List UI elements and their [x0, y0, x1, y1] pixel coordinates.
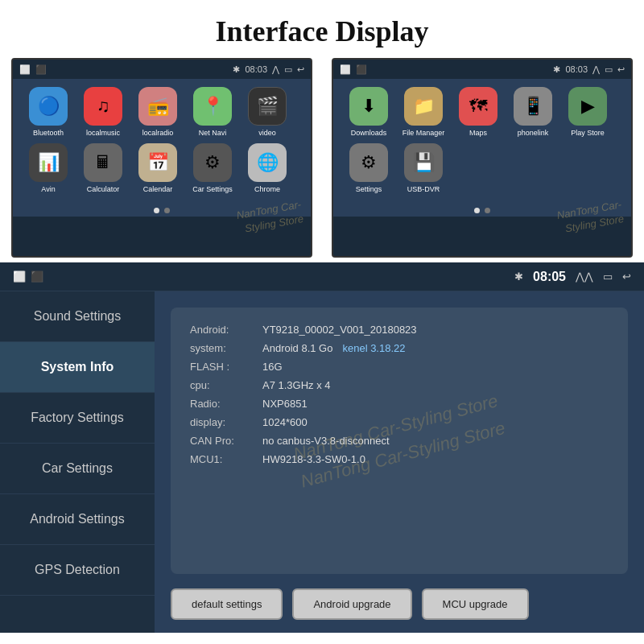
app-label-bluetooth: Bluetooth: [33, 129, 64, 137]
bluetooth-icon-1: ✱: [233, 64, 240, 75]
dot-2-inactive: [485, 208, 490, 213]
app-label-localmusic: localmusic: [86, 129, 120, 137]
info-row-radio: Radio: NXP6851: [190, 398, 609, 410]
app-label-filemanager: File Manager: [402, 129, 445, 137]
app-label-avin: Avin: [41, 185, 55, 193]
page-dots-1: [13, 201, 311, 217]
sidebar-item-factory-settings[interactable]: Factory Settings: [0, 393, 155, 444]
downloads-app-icon: ⬇: [349, 87, 388, 126]
info-row-android: Android: YT9218_00002_V001_20180823: [190, 324, 609, 336]
display-value: 1024*600: [262, 416, 308, 428]
app-downloads[interactable]: ⬇ Downloads: [345, 87, 393, 137]
app-label-video: video: [258, 129, 276, 137]
cpu-label: cpu:: [190, 379, 262, 391]
main-content: NanTong Car-Styling StoreNanTong Car-Sty…: [155, 291, 644, 633]
time-1: 08:03: [245, 64, 267, 74]
back-icon-2: ↩: [617, 64, 625, 75]
app-video[interactable]: 🎬 video: [243, 87, 291, 137]
title-section: Interface Display: [0, 0, 644, 58]
home-icon-2: ⬜: [340, 64, 351, 75]
app-label-playstore: Play Store: [571, 129, 605, 137]
localmusic-app-icon: ♫: [84, 87, 122, 126]
info-row-mcu1: MCU1: HW9218-3.3-SW0-1.0: [190, 453, 609, 465]
system-extra: kenel 3.18.22: [342, 342, 405, 354]
status-right-1: ✱ 08:03 ⋀ ▭ ↩: [233, 64, 304, 75]
chrome-app-icon: 🌐: [248, 143, 287, 182]
app-settings[interactable]: ⚙ Settings: [345, 143, 393, 193]
app-calendar[interactable]: 📅 Calendar: [134, 143, 182, 193]
radio-label: Radio:: [190, 398, 262, 410]
system-status-bar: ⬜ ⬛ ✱ 08:05 ⋀⋀ ▭ ↩: [0, 262, 644, 291]
info-row-display: display: 1024*600: [190, 416, 609, 428]
sidebar-item-system-info[interactable]: System Info: [0, 342, 155, 393]
app-label-carsettings: Car Settings: [192, 185, 233, 193]
settings-app-icon: ⚙: [349, 143, 388, 182]
app-label-downloads: Downloads: [351, 129, 387, 137]
app-label-localradio: localradio: [142, 129, 174, 137]
sys-home-icon: ⬜: [13, 270, 26, 283]
time-2: 08:03: [565, 64, 588, 74]
info-row-canpro: CAN Pro: no canbus-V3.8-disconnect: [190, 435, 609, 447]
sidebar-item-gps-detection[interactable]: GPS Detection: [0, 545, 155, 596]
android-upgrade-button[interactable]: Android upgrade: [292, 588, 411, 620]
app-phonelink[interactable]: 📱 phonelink: [509, 87, 557, 137]
mcu-upgrade-button[interactable]: MCU upgrade: [422, 588, 529, 620]
app-label-netnavi: Net Navi: [199, 129, 227, 137]
app-label-maps: Maps: [469, 129, 487, 137]
playstore-app-icon: ▶: [568, 87, 607, 126]
info-row-flash: FLASH : 16G: [190, 361, 609, 373]
status-left-2: ⬜ ⬛: [340, 64, 367, 75]
mcu1-label: MCU1:: [190, 453, 262, 465]
calendar-app-icon: 📅: [138, 143, 177, 182]
carsettings-app-icon: ⚙: [193, 143, 232, 182]
app-label-phonelink: phonelink: [518, 129, 549, 137]
sidebar-item-car-settings[interactable]: Car Settings: [0, 444, 155, 494]
app-filemanager[interactable]: 📁 File Manager: [399, 87, 448, 137]
app-avin[interactable]: 📊 Avin: [24, 143, 72, 193]
system-body: Sound Settings System Info Factory Setti…: [0, 291, 644, 633]
app-localradio[interactable]: 📻 localradio: [134, 87, 182, 137]
app-bluetooth[interactable]: 🔵 Bluetooth: [24, 87, 72, 137]
app-calculator[interactable]: 🖩 Calculator: [79, 143, 127, 193]
avin-app-icon: 📊: [29, 143, 68, 182]
screenshot-panel-1: ⬜ ⬛ ✱ 08:03 ⋀ ▭ ↩ 🔵 Bluetooth ♫ localmus…: [11, 58, 312, 258]
dot-1-inactive: [164, 208, 170, 213]
android-label: Android:: [190, 324, 262, 336]
info-row-system: system: Android 8.1 Go kenel 3.18.22: [190, 342, 609, 354]
menu-icon-2: ⬛: [356, 64, 367, 75]
app-maps[interactable]: 🗺 Maps: [454, 87, 502, 137]
home-icon-1: ⬜: [19, 64, 31, 75]
menu-icon-1: ⬛: [35, 64, 47, 75]
bluetooth-app-icon: 🔵: [29, 87, 68, 126]
page-dots-2: [333, 201, 631, 217]
action-buttons: default settings Android upgrade MCU upg…: [155, 582, 644, 633]
screenshots-row: ⬜ ⬛ ✱ 08:03 ⋀ ▭ ↩ 🔵 Bluetooth ♫ localmus…: [0, 58, 644, 258]
status-bar-2: ⬜ ⬛ ✱ 08:03 ⋀ ▭ ↩: [333, 60, 631, 79]
app-carsettings[interactable]: ⚙ Car Settings: [188, 143, 237, 193]
sys-bluetooth-icon: ✱: [514, 270, 523, 283]
signal-icon-1: ⋀: [272, 64, 279, 75]
system-label: system:: [190, 342, 262, 354]
app-localmusic[interactable]: ♫ localmusic: [79, 87, 127, 137]
phonelink-app-icon: 📱: [514, 87, 552, 126]
default-settings-button[interactable]: default settings: [171, 588, 283, 620]
window-icon-1: ▭: [284, 64, 292, 75]
status-left-1: ⬜ ⬛: [19, 64, 47, 75]
sidebar-item-android-settings[interactable]: Android Settings: [0, 494, 155, 545]
app-grid-2: ⬇ Downloads 📁 File Manager 🗺 Maps 📱 phon…: [333, 79, 631, 201]
sys-status-left: ⬜ ⬛: [13, 270, 43, 283]
app-chrome[interactable]: 🌐 Chrome: [243, 143, 291, 193]
screenshot-panel-2: ⬜ ⬛ ✱ 08:03 ⋀ ▭ ↩ ⬇ Downloads 📁 File Man…: [332, 58, 633, 258]
app-usbdvr[interactable]: 💾 USB-DVR: [399, 143, 448, 193]
app-netnavi[interactable]: 📍 Net Navi: [188, 87, 237, 137]
sidebar: Sound Settings System Info Factory Setti…: [0, 291, 155, 633]
localradio-app-icon: 📻: [138, 87, 177, 126]
sys-arrow-icon: ⋀⋀: [576, 270, 593, 283]
back-icon-1: ↩: [297, 64, 304, 75]
app-label-settings: Settings: [356, 185, 382, 193]
window-icon-2: ▭: [605, 64, 613, 75]
sidebar-item-sound-settings[interactable]: Sound Settings: [0, 291, 155, 342]
app-playstore[interactable]: ▶ Play Store: [564, 87, 612, 137]
app-grid-1: 🔵 Bluetooth ♫ localmusic 📻 localradio 📍 …: [13, 79, 311, 201]
netnavi-app-icon: 📍: [193, 87, 232, 126]
